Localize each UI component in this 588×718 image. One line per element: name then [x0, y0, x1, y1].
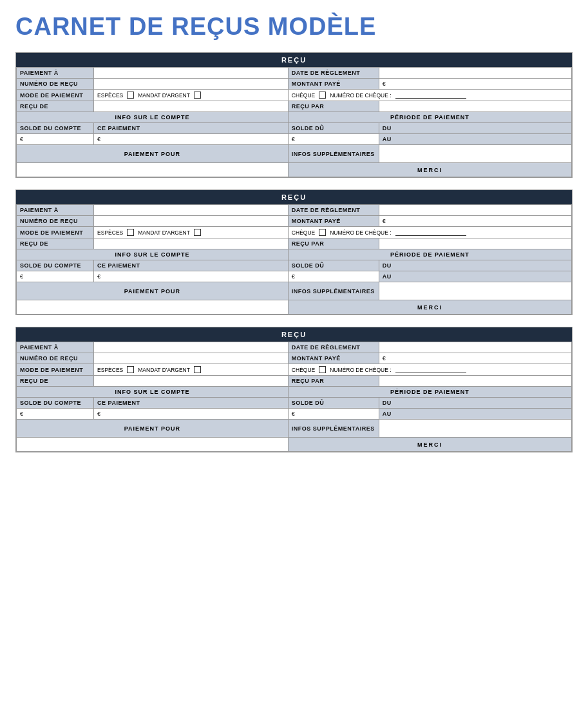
value-solde-compte-1: €: [17, 134, 94, 145]
receipt-2: REÇU PAIEMENT À DATE DE RÈGLEMENT NUMÉRO…: [15, 189, 573, 315]
receipt-3-header: REÇU: [16, 327, 572, 342]
value-infos-supp-3: [379, 420, 571, 438]
value-recu-de-3: [94, 376, 289, 387]
label-mode-paiement: MODE DE PAIEMENT: [17, 90, 94, 101]
label-au: AU: [379, 134, 571, 145]
value-paiement-a-2: [94, 205, 289, 216]
value-recu-de: [94, 101, 289, 112]
checkbox-cheque[interactable]: [319, 92, 326, 99]
label-numero-cheque: NUMÉRO DE CHÈQUE :: [330, 92, 391, 99]
label-solde-compte-2: SOLDE DU COMPTE: [17, 260, 94, 271]
value-paiement-a-3: [94, 342, 289, 353]
label-du-3: DU: [379, 398, 571, 409]
label-solde-du-header-3: SOLDE DÛ: [288, 398, 379, 409]
receipt-1-header: REÇU: [16, 53, 572, 67]
checkbox-cheque-2[interactable]: [319, 229, 326, 236]
label-especes: ESPÈCES: [97, 92, 123, 99]
checkbox-mandat-2[interactable]: [194, 229, 201, 236]
label-recu-par-2: REÇU PAR: [288, 238, 379, 249]
value-montant-paye: €: [379, 79, 571, 90]
value-numero-recu-3: [94, 353, 289, 364]
value-numero-cheque-2: [395, 229, 466, 236]
label-especes-2: ESPÈCES: [97, 229, 123, 236]
merci-2: MERCI: [288, 300, 571, 315]
receipt-3: REÇU PAIEMENT À DATE DE RÈGLEMENT NUMÉRO…: [15, 327, 573, 452]
label-au-3: AU: [379, 409, 571, 420]
header-periode-paiement: PÉRIODE DE PAIEMENT: [288, 112, 571, 123]
value-date-reglement: [379, 68, 571, 79]
label-recu-de: REÇU DE: [17, 101, 94, 112]
label-recu-par: REÇU PAR: [288, 101, 379, 112]
label-mandat: MANDAT D'ARGENT: [138, 92, 190, 99]
receipt-1: REÇU PAIEMENT À DATE DE RÈGLEMENT NUMÉRO…: [15, 52, 573, 178]
label-mandat-3: MANDAT D'ARGENT: [138, 367, 190, 373]
label-montant-paye-3: MONTANT PAYÉ: [288, 353, 379, 364]
label-recu-de-3: REÇU DE: [17, 376, 94, 387]
label-mandat-2: MANDAT D'ARGENT: [138, 229, 190, 236]
label-paiement-a-3: PAIEMENT À: [17, 342, 94, 353]
label-date-reglement: DATE DE RÈGLEMENT: [288, 68, 379, 79]
header-periode-paiement-2: PÉRIODE DE PAIEMENT: [288, 249, 571, 260]
value-infos-supp-2: [379, 282, 571, 300]
value-solde-compte-2: €: [17, 271, 94, 282]
label-montant-paye: MONTANT PAYÉ: [288, 79, 379, 90]
label-mode-paiement-2: MODE DE PAIEMENT: [17, 227, 94, 238]
value-numero-cheque-3: [395, 367, 466, 373]
label-montant-paye-2: MONTANT PAYÉ: [288, 216, 379, 227]
value-date-reglement-3: [379, 342, 571, 353]
label-cheque: CHÈQUE: [292, 92, 315, 99]
label-recu-de-2: REÇU DE: [17, 238, 94, 249]
payment-modes-right: CHÈQUE NUMÉRO DE CHÈQUE :: [288, 90, 571, 101]
label-au-2: AU: [379, 271, 571, 282]
label-solde-du-header-2: SOLDE DÛ: [288, 260, 379, 271]
label-numero-recu-2: NUMÉRO DE REÇU: [17, 216, 94, 227]
value-recu-par: [379, 101, 571, 112]
checkbox-mandat[interactable]: [194, 92, 201, 99]
label-paiement-pour: PAIEMENT POUR: [17, 145, 289, 163]
merci-1: MERCI: [288, 163, 571, 177]
label-numero-cheque-2: NUMÉRO DE CHÈQUE :: [330, 229, 391, 236]
value-solde-du-2: €: [288, 271, 379, 282]
payment-modes-right-3: CHÈQUE NUMÉRO DE CHÈQUE :: [288, 364, 571, 376]
value-paiement-a: [94, 68, 289, 79]
payment-modes-left: ESPÈCES MANDAT D'ARGENT: [94, 90, 289, 101]
label-paiement-pour-2: PAIEMENT POUR: [17, 282, 289, 300]
value-paiement-pour-3: [17, 438, 289, 452]
checkbox-especes-2[interactable]: [127, 229, 134, 236]
label-infos-supp-2: INFOS SUPPLÉMENTAIRES: [288, 282, 379, 300]
label-numero-cheque-3: NUMÉRO DE CHÈQUE :: [330, 367, 391, 373]
label-paiement-a-2: PAIEMENT À: [17, 205, 94, 216]
checkbox-especes-3[interactable]: [127, 366, 134, 373]
header-info-compte-2: INFO SUR LE COMPTE: [17, 249, 289, 260]
checkbox-mandat-3[interactable]: [194, 366, 201, 373]
payment-modes-right-2: CHÈQUE NUMÉRO DE CHÈQUE :: [288, 227, 571, 238]
value-solde-du-1: €: [288, 134, 379, 145]
label-date-reglement-3: DATE DE RÈGLEMENT: [288, 342, 379, 353]
payment-modes-left-2: ESPÈCES MANDAT D'ARGENT: [94, 227, 289, 238]
value-paiement-pour-1: [17, 163, 289, 177]
value-montant-paye-2: €: [379, 216, 571, 227]
value-solde-compte-3: €: [17, 409, 94, 420]
checkbox-cheque-3[interactable]: [319, 366, 326, 373]
label-solde-du-header: SOLDE DÛ: [288, 123, 379, 134]
value-numero-cheque: [395, 92, 466, 99]
label-cheque-2: CHÈQUE: [292, 229, 315, 236]
checkbox-especes[interactable]: [127, 92, 134, 99]
label-mode-paiement-3: MODE DE PAIEMENT: [17, 364, 94, 376]
receipt-2-header: REÇU: [16, 190, 572, 204]
payment-modes-left-3: ESPÈCES MANDAT D'ARGENT: [94, 364, 289, 376]
label-especes-3: ESPÈCES: [97, 367, 123, 373]
value-recu-par-2: [379, 238, 571, 249]
header-info-compte: INFO SUR LE COMPTE: [17, 112, 289, 123]
value-ce-paiement-3: €: [94, 409, 289, 420]
label-numero-recu-3: NUMÉRO DE REÇU: [17, 353, 94, 364]
label-paiement-pour-3: PAIEMENT POUR: [17, 420, 289, 438]
label-infos-supp: INFOS SUPPLÉMENTAIRES: [288, 145, 379, 163]
label-infos-supp-3: INFOS SUPPLÉMENTAIRES: [288, 420, 379, 438]
label-solde-compte: SOLDE DU COMPTE: [17, 123, 94, 134]
label-recu-par-3: REÇU PAR: [288, 376, 379, 387]
value-infos-supp: [379, 145, 571, 163]
label-solde-compte-3: SOLDE DU COMPTE: [17, 398, 94, 409]
header-periode-paiement-3: PÉRIODE DE PAIEMENT: [288, 387, 571, 398]
label-du: DU: [379, 123, 571, 134]
